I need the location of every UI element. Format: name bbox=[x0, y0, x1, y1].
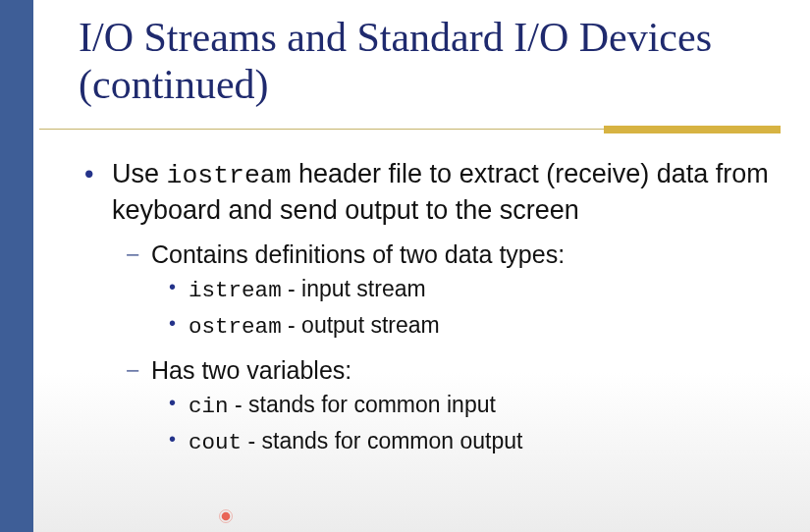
divider-thick-accent bbox=[604, 126, 781, 133]
bullet-level3: • cout - stands for common output bbox=[169, 424, 782, 460]
bullet-dash-icon: − bbox=[126, 352, 140, 388]
bullet3b-post: - output stream bbox=[282, 312, 440, 338]
bullet1-code: iostream bbox=[167, 161, 292, 190]
bullet3d-code: cout bbox=[189, 430, 242, 455]
bullet3c-code: cin bbox=[189, 394, 229, 419]
bullet3b-code: ostream bbox=[189, 314, 282, 340]
svg-point-1 bbox=[220, 510, 233, 523]
bullet-dash-icon: − bbox=[126, 237, 140, 272]
bullet-dot-icon: • bbox=[169, 308, 176, 339]
bullet3c-post: - stands for common input bbox=[229, 392, 496, 417]
slide-title: I/O Streams and Standard I/O Devices (co… bbox=[79, 14, 766, 109]
bullet-dot-icon: • bbox=[169, 424, 176, 454]
bullet-dot-icon: • bbox=[169, 388, 176, 418]
bullet3a-code: istream bbox=[189, 278, 282, 303]
left-accent-stripe bbox=[0, 0, 33, 532]
bullet2a-text: Contains definitions of two data types: bbox=[151, 240, 565, 268]
bullet-level3: • istream - input stream bbox=[169, 272, 782, 308]
bullet-dot-icon: • bbox=[84, 157, 93, 192]
bullet-level2: − Has two variables: bbox=[126, 352, 782, 388]
bullet-dot-icon: • bbox=[169, 272, 176, 302]
bullet-level1: • Use iostream header file to extract (r… bbox=[84, 157, 782, 229]
bullet-level2: − Contains definitions of two data types… bbox=[126, 237, 782, 272]
slide-content: • Use iostream header file to extract (r… bbox=[84, 157, 782, 460]
bullet1-pre: Use bbox=[112, 159, 167, 188]
bullet3d-post: - stands for common output bbox=[242, 428, 522, 453]
laser-pointer-icon bbox=[218, 508, 234, 524]
bullet-level3: • ostream - output stream bbox=[169, 308, 782, 345]
bullet3a-post: - input stream bbox=[282, 276, 426, 301]
svg-point-0 bbox=[222, 512, 231, 521]
title-divider bbox=[39, 126, 781, 133]
slide: I/O Streams and Standard I/O Devices (co… bbox=[0, 0, 810, 532]
bullet-level3: • cin - stands for common input bbox=[169, 388, 782, 424]
bullet2b-text: Has two variables: bbox=[151, 356, 351, 384]
